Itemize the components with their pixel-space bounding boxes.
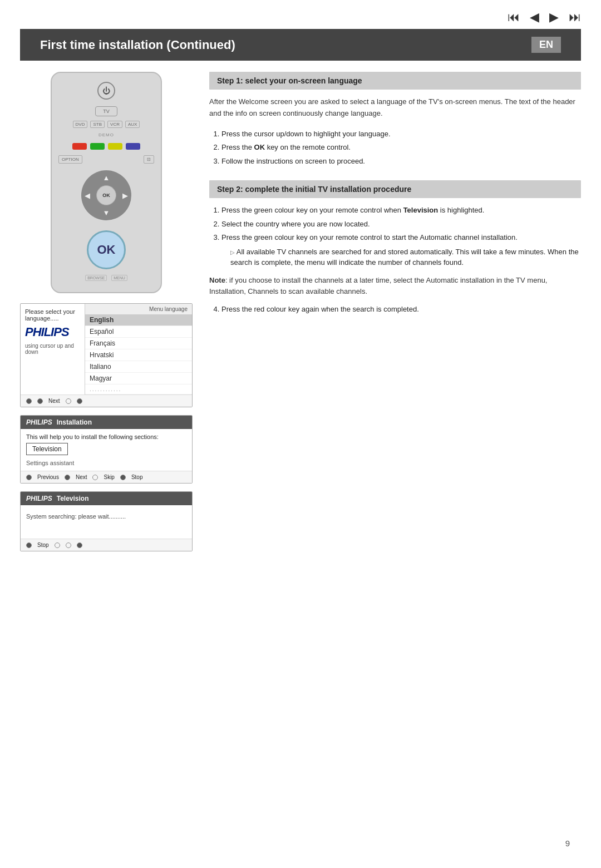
language-screen: Please select your language..... PHILIPS… (21, 304, 192, 394)
right-column: Step 1: select your on-screen language A… (209, 72, 581, 559)
installation-body: This will help you to install the follow… (21, 429, 192, 471)
lang-item-espanol[interactable]: Español (85, 326, 192, 338)
pip-button: ⊡ (144, 155, 154, 164)
skip-dot-install-icon (92, 475, 98, 480)
dot2-tv-icon (55, 542, 60, 548)
note-box: Note: if you choose to install the chann… (209, 275, 581, 297)
next-dot-icon (37, 398, 43, 404)
nav-next-icon[interactable]: ▶ (549, 10, 559, 24)
cursor-instruction: using cursor up and down (25, 343, 80, 355)
installation-screen-box: PHILIPS Installation This will help you … (20, 415, 193, 484)
left-column: ⏻ TV DVD STB VCR AUX DEMO (20, 72, 193, 559)
page-number: 9 (565, 839, 570, 848)
step2-subitem1: All available TV channels are searched f… (230, 246, 581, 268)
television-highlight: Television (26, 443, 68, 455)
menu-row: BROWSE MENU (85, 275, 127, 281)
main-content: ⏻ TV DVD STB VCR AUX DEMO (0, 61, 601, 570)
step1-item1: Press the cursor up/down to highlight yo… (221, 129, 581, 140)
please-select-text: Please select your language..... (25, 308, 80, 322)
ok-button[interactable]: OK (96, 185, 116, 205)
lang-badge: EN (531, 37, 561, 53)
next-label-install[interactable]: Next (76, 474, 87, 480)
remote-control: ⏻ TV DVD STB VCR AUX DEMO (51, 72, 162, 293)
power-button-icon: ⏻ (97, 82, 115, 100)
dpad-down-icon: ▼ (103, 209, 110, 217)
stop-dot-install-icon (120, 475, 126, 480)
lang-item-hrvatski[interactable]: Hrvatski (85, 349, 192, 361)
nav-prev-icon[interactable]: ◀ (530, 10, 539, 24)
lang-item-magyar[interactable]: Magyar (85, 373, 192, 384)
lang-item-more: ............ (85, 384, 192, 394)
prev-label-install[interactable]: Previous (37, 474, 59, 480)
green-button (90, 143, 105, 150)
lang-item-italiano[interactable]: Italiano (85, 361, 192, 373)
step1-item2: Press the OK key on the remote control. (221, 142, 581, 153)
header-banner: First time installation (Continued) EN (20, 29, 581, 61)
settings-assistant-label: Settings assistant (26, 460, 186, 466)
stb-btn: STB (90, 121, 105, 128)
source-row: DVD STB VCR AUX (73, 121, 140, 128)
step1-intro: After the Welcome screen you are asked t… (209, 96, 581, 120)
lang-item-francais[interactable]: Français (85, 338, 192, 349)
vcr-btn: VCR (107, 121, 122, 128)
searching-text: System searching: please wait.......... (26, 513, 126, 520)
step2-list: Press the green colour key on your remot… (221, 205, 581, 268)
step2-list-continued: Press the red colour key again when the … (221, 304, 581, 315)
stop-dot-icon (77, 398, 82, 404)
top-nav: ⏮ ◀ ▶ ⏭ (0, 0, 601, 29)
demo-label: DEMO (98, 132, 114, 137)
nav-skip-back-icon[interactable]: ⏮ (508, 10, 520, 24)
install-description: This will help you to install the follow… (26, 433, 186, 440)
step1-item3: Follow the instructions on screen to pro… (221, 156, 581, 167)
stop-dot-tv-icon (26, 542, 32, 548)
step2-item1: Press the green colour key on your remot… (221, 205, 581, 216)
dvd-btn: DVD (73, 121, 88, 128)
prev-dot-icon (26, 398, 32, 404)
skip-label-install[interactable]: Skip (104, 474, 114, 480)
color-buttons (72, 143, 140, 150)
lang-left-panel: Please select your language..... PHILIPS… (21, 304, 85, 394)
dpad-right-icon: ▶ (122, 191, 128, 200)
television-screen-box: PHILIPS Television System searching: ple… (20, 491, 193, 551)
next-label[interactable]: Next (48, 398, 60, 404)
ok-big-button[interactable]: OK (87, 230, 126, 269)
step2-item3: Press the green colour key on your remot… (221, 232, 581, 268)
menu-button: MENU (111, 275, 127, 281)
step2-item2: Select the country where you are now loc… (221, 219, 581, 230)
browse-button: BROWSE (85, 275, 107, 281)
television-label: Television (57, 495, 89, 502)
next-dot-install-icon (65, 475, 70, 480)
television-screen-header: PHILIPS Television (21, 492, 192, 505)
installation-label: Installation (57, 418, 92, 426)
stop-label-tv[interactable]: Stop (37, 542, 49, 548)
philips-brand-install: PHILIPS (26, 418, 52, 426)
philips-brand-logo: PHILIPS (25, 325, 80, 339)
step2-item4: Press the red colour key again when the … (221, 304, 581, 315)
red-button (72, 143, 87, 150)
language-screen-box: Please select your language..... PHILIPS… (20, 303, 193, 407)
dot3-tv-icon (66, 542, 71, 548)
lang-screen-footer: Next (21, 394, 192, 407)
philips-brand-tv: PHILIPS (26, 495, 52, 502)
dot4-tv-icon (77, 542, 82, 548)
installation-screen-header: PHILIPS Installation (21, 416, 192, 429)
nav-skip-forward-icon[interactable]: ⏭ (569, 10, 581, 24)
option-button: OPTION (58, 155, 82, 164)
remote-illustration: ⏻ TV DVD STB VCR AUX DEMO (20, 72, 193, 293)
yellow-button (108, 143, 122, 150)
dpad-left-icon: ◀ (85, 191, 90, 200)
menu-language-header: Menu language (85, 304, 192, 314)
stop-label-install[interactable]: Stop (131, 474, 143, 480)
skip-dot-icon (66, 398, 71, 404)
blue-button (126, 143, 140, 150)
install-screen-footer: Previous Next Skip Stop (21, 471, 192, 483)
tv-body: System searching: please wait.......... (21, 505, 192, 539)
dpad-up-icon: ▲ (103, 174, 110, 182)
language-list: English Español Français Hrvatski Italia… (85, 314, 192, 394)
aux-btn: AUX (125, 121, 140, 128)
lang-right-panel: Menu language English Español Français H… (85, 304, 192, 394)
page-title: First time installation (Continued) (40, 38, 235, 52)
dpad: ▲ ▼ ◀ ▶ OK (81, 170, 131, 220)
lang-item-english[interactable]: English (85, 314, 192, 326)
dpad-ring: ▲ ▼ ◀ ▶ OK (81, 170, 131, 220)
